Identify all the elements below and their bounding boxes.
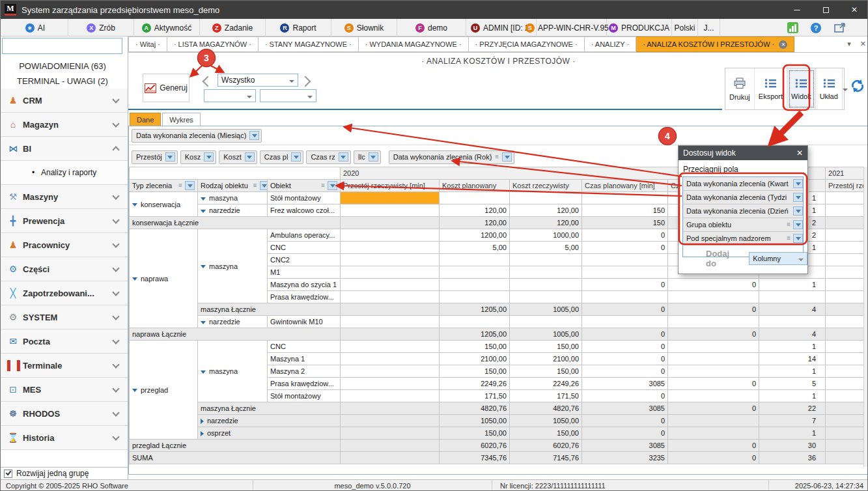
row-label-cell[interactable]: SUMA <box>130 452 341 464</box>
sidebar-item-terminale[interactable]: ▌▐Terminale <box>1 354 128 378</box>
value-cell[interactable]: 30 <box>759 440 826 452</box>
value-cell[interactable]: 0 <box>582 415 668 427</box>
value-cell[interactable]: 1 <box>759 427 826 440</box>
value-cell[interactable] <box>341 328 440 341</box>
row-label-cell[interactable]: M1 <box>268 266 341 279</box>
value-cell[interactable]: 0 <box>668 452 759 464</box>
value-cell[interactable]: 120,00 <box>440 204 510 217</box>
value-cell[interactable]: 3085 <box>582 378 668 390</box>
value-cell[interactable]: 7 <box>759 415 826 427</box>
tab-lista-magazyn-w[interactable]: · LISTA MAGAZYNÓW · <box>167 36 259 52</box>
value-cell[interactable] <box>440 192 510 204</box>
value-cell[interactable]: 1050,00 <box>440 415 510 427</box>
tab-przyj-cia-magazynowe[interactable]: · PRZYJĘCIA MAGAZYNOWE · <box>469 36 585 52</box>
row-label-cell[interactable]: osprzet <box>198 427 341 440</box>
value-cell[interactable] <box>759 316 826 328</box>
statistics-button[interactable] <box>784 21 801 35</box>
value-cell[interactable]: 171,50 <box>440 390 510 402</box>
row-label-cell[interactable]: Prasa krawędziow... <box>268 378 341 390</box>
sidebar-item-crm[interactable]: ♟CRM <box>1 89 128 113</box>
column-header-2021-przest-j-rzec[interactable]: Przestój rzec <box>826 180 868 192</box>
value-cell[interactable] <box>826 328 868 341</box>
value-cell[interactable] <box>668 427 759 440</box>
filter-select-1[interactable] <box>204 89 256 102</box>
value-cell[interactable] <box>668 365 759 378</box>
value-cell[interactable] <box>826 353 868 365</box>
value-cell[interactable]: 4 <box>759 328 826 341</box>
funnel-icon[interactable] <box>245 152 255 161</box>
row-label-cell[interactable]: CNC2 <box>268 254 341 266</box>
value-cell[interactable] <box>341 415 440 427</box>
value-cell[interactable] <box>826 378 868 390</box>
sidebar-item-system[interactable]: ⚙SYSTEM <box>1 305 128 330</box>
value-cell[interactable] <box>510 291 582 303</box>
value-cell[interactable]: 4 <box>759 303 826 316</box>
funnel-icon[interactable] <box>793 220 803 229</box>
value-cell[interactable]: 3085 <box>582 440 668 452</box>
row-label-cell[interactable]: Gwintownik M10 <box>268 316 341 328</box>
value-cell[interactable] <box>510 192 582 204</box>
value-cell[interactable] <box>826 242 868 254</box>
sidebar-search-input[interactable] <box>2 38 122 54</box>
value-cell[interactable]: 150 <box>582 204 668 217</box>
funnel-icon[interactable] <box>249 131 259 140</box>
value-cell[interactable]: 0 <box>668 440 759 452</box>
column-field-czas-rz[interactable]: Czas rz <box>306 150 350 164</box>
value-cell[interactable] <box>582 316 668 328</box>
value-cell[interactable] <box>341 217 440 229</box>
value-cell[interactable]: 1200,00 <box>440 229 510 242</box>
collapse-icon[interactable] <box>201 371 206 374</box>
topbar-item-app-win-chr-v-95[interactable]: SAPP-WIN-CHR-V.95 ... <box>537 19 607 36</box>
row-label-cell[interactable]: narzedzie <box>198 204 268 217</box>
topbar-item-polski[interactable]: Polski <box>672 19 698 36</box>
funnel-icon[interactable] <box>339 152 348 161</box>
value-cell[interactable]: 4820,76 <box>440 402 510 415</box>
value-cell[interactable]: 1005,00 <box>510 303 582 316</box>
refresh-button[interactable] <box>850 79 865 93</box>
row-label-cell[interactable]: CNC <box>268 242 341 254</box>
expand-one-group-checkbox[interactable] <box>4 470 12 478</box>
sidebar-item-pracownicy[interactable]: ♟Pracownicy <box>1 233 128 257</box>
value-cell[interactable]: 0 <box>668 378 759 390</box>
expand-icon[interactable] <box>201 431 204 436</box>
value-cell[interactable]: 0 <box>582 365 668 378</box>
sidebar-item-poczta[interactable]: ✉Poczta <box>1 330 128 354</box>
value-cell[interactable] <box>826 402 868 415</box>
row-label-cell[interactable]: maszyna <box>198 229 268 303</box>
value-cell[interactable]: 2100,00 <box>510 353 582 365</box>
value-cell[interactable]: 1050,00 <box>510 415 582 427</box>
sidebar-item-maszyny[interactable]: ⚒Maszyny <box>1 185 128 209</box>
value-cell[interactable] <box>668 316 759 328</box>
filter-select-2[interactable] <box>260 89 316 102</box>
value-cell[interactable]: 150 <box>582 217 668 229</box>
column-field-kosz[interactable]: Kosz <box>180 150 216 164</box>
tab-wykres[interactable]: Wykres <box>162 113 201 126</box>
value-cell[interactable] <box>341 390 440 402</box>
collapse-icon[interactable] <box>201 210 206 213</box>
tab-witaj[interactable]: · Witaj · <box>128 36 167 52</box>
topbar-item-zr-b[interactable]: XZrób <box>68 19 134 36</box>
sidebar-item-historia[interactable]: ⌛Historia <box>1 426 128 450</box>
value-cell[interactable] <box>826 452 868 464</box>
value-cell[interactable] <box>341 192 440 204</box>
value-cell[interactable]: 0 <box>582 341 668 353</box>
sidebar-item-zapotrzebowani[interactable]: ╳Zapotrzebowani... <box>1 281 128 305</box>
row-label-cell[interactable]: CNC <box>268 341 341 353</box>
value-cell[interactable]: 0 <box>582 390 668 402</box>
row-field-typ-zlecenia[interactable]: Typ zlecenia≡ <box>130 180 198 192</box>
value-cell[interactable]: 0 <box>582 303 668 316</box>
value-cell[interactable] <box>582 291 668 303</box>
topbar-item-raport[interactable]: RRaport <box>266 19 331 36</box>
value-cell[interactable] <box>341 303 440 316</box>
row-label-cell[interactable]: Frez walcowo czoł... <box>268 204 341 217</box>
value-cell[interactable] <box>341 353 440 365</box>
value-cell[interactable]: 2100,00 <box>440 353 510 365</box>
value-cell[interactable]: 0 <box>668 279 759 291</box>
panel-field-pod-specjalnym-nadzorem[interactable]: Pod specjalnym nadzorem≡ <box>683 232 803 245</box>
column-field-czas-pl[interactable]: Czas pl <box>260 150 304 164</box>
topbar-item-zadanie[interactable]: ZZadanie <box>200 19 266 36</box>
row-label-cell[interactable]: Maszyna 2 <box>268 365 341 378</box>
expand-one-group-row[interactable]: Rozwijaj jedną grupę <box>1 467 128 479</box>
funnel-icon[interactable] <box>793 193 803 202</box>
value-cell[interactable]: 22 <box>759 402 826 415</box>
